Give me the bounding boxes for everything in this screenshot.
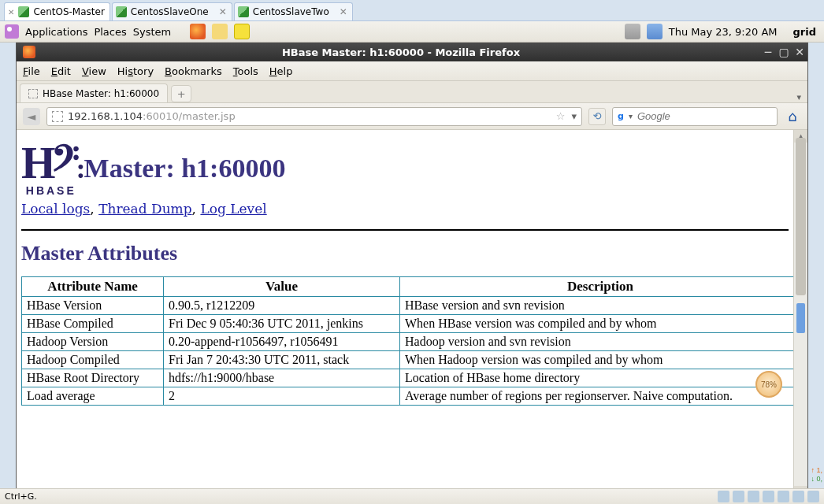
mail-launcher-icon[interactable] [212,24,228,39]
link-log-level[interactable]: Log Level [200,201,266,217]
status-icon[interactable] [718,491,729,502]
vm-icon [238,6,249,17]
vm-tab-label: CentOS-Master [33,6,104,17]
menu-file[interactable]: File [23,65,40,77]
navigation-toolbar: ◄ 192.168.1.104:60010/master.jsp ☆ ▾ ⟲ g… [17,103,807,130]
google-engine-icon[interactable]: g [618,111,624,122]
table-cell: HBase version and svn revision [400,297,794,315]
maximize-button[interactable]: ▢ [776,46,792,58]
vm-tab-label: CentosSlaveOne [131,6,209,17]
status-icon[interactable] [792,491,804,502]
hbase-logo-label: HBASE [26,185,76,196]
browser-tab-hbase-master[interactable]: HBase Master: h1:60000 [20,83,168,102]
close-icon[interactable]: ✕ [8,8,14,17]
window-title: HBase Master: h1:60000 - Mozilla Firefox [42,46,760,58]
menu-edit[interactable]: Edit [51,65,71,77]
page-title: Master: h1:60000 [84,154,286,183]
reload-button[interactable]: ⟲ [588,108,606,125]
vm-tab-strip: ✕ CentOS-Master CentosSlaveOne ✕ CentosS… [0,0,824,21]
table-cell: HBase Compiled [22,315,164,333]
table-cell: When HBase version was compiled and by w… [400,315,794,333]
table-row: HBase Root Directoryhdfs://h1:9000/hbase… [22,369,794,387]
table-cell: hdfs://h1:9000/hbase [164,369,400,387]
table-cell: When Hadoop version was compiled and by … [400,351,794,369]
browser-tab-label: HBase Master: h1:60000 [43,88,159,99]
menu-applications[interactable]: Applications [25,26,87,38]
vm-tab-label: CentosSlaveTwo [253,6,329,17]
table-cell: Hadoop Compiled [22,351,164,369]
host-status-bar: Ctrl+G. [0,488,824,504]
gnome-panel: Applications Places System Thu May 23, 9… [0,21,824,43]
vm-tab-centosslavetwo[interactable]: CentosSlaveTwo ✕ [234,2,353,20]
firefox-tab-row: HBase Master: h1:60000 + ▾ [17,81,807,103]
vm-tab-centosslaveone[interactable]: CentosSlaveOne ✕ [112,2,232,20]
minimize-button[interactable]: ─ [760,46,776,58]
url-rest: :60010/master.jsp [143,110,236,122]
link-local-logs[interactable]: Local logs [21,201,90,217]
gnome-foot-icon[interactable] [5,24,19,39]
back-button[interactable]: ◄ [23,108,40,125]
status-hint: Ctrl+G. [5,491,37,502]
url-history-dropdown-icon[interactable]: ▾ [571,110,577,122]
vm-icon [116,6,127,17]
upload-arrow-icon: ↑ 1, [811,466,822,475]
search-bar[interactable]: g ▾ [612,107,778,126]
table-cell: Average number of regions per regionserv… [400,387,794,406]
status-icon[interactable] [748,491,759,502]
table-header-row: Attribute Name Value Description [22,277,794,297]
notes-launcher-icon[interactable] [234,24,250,39]
vm-tab-centos-master[interactable]: ✕ CentOS-Master [4,2,110,20]
window-titlebar[interactable]: HBase Master: h1:60000 - Mozilla Firefox… [17,43,807,61]
panel-clock[interactable]: Thu May 23, 9:20 AM [669,26,778,38]
status-icon[interactable] [778,491,789,502]
table-cell: 2 [164,387,400,406]
col-attribute-name: Attribute Name [22,277,164,297]
zoom-level-badge[interactable]: 78% [755,371,782,398]
engine-dropdown-icon[interactable]: ▾ [629,112,633,120]
panel-user[interactable]: grid [793,26,816,38]
new-tab-button[interactable]: + [171,85,191,102]
volume-icon[interactable] [625,24,640,39]
home-button[interactable]: ⌂ [784,108,801,125]
menu-places[interactable]: Places [94,26,126,38]
link-thread-dump[interactable]: Thread Dump [98,201,191,217]
table-cell: Hadoop version and svn revision [400,333,794,351]
table-cell: Fri Dec 9 05:40:36 UTC 2011, jenkins [164,315,400,333]
close-button[interactable]: ✕ [792,46,807,58]
browser-viewport: H𝄢: HBASE Master: h1:60000 Local logs, T… [17,130,807,498]
menu-history[interactable]: History [117,65,154,77]
scroll-thumb[interactable] [796,138,806,295]
table-row: HBase Version0.90.5, r1212209HBase versi… [22,297,794,315]
table-cell: Fri Jan 7 20:43:30 UTC 2011, stack [164,351,400,369]
url-host: 192.168.1.104 [68,110,143,122]
status-icon[interactable] [733,491,744,502]
close-icon[interactable]: ✕ [219,6,227,17]
menu-system[interactable]: System [133,26,171,38]
search-input[interactable] [637,110,770,122]
section-heading: Master Attributes [21,242,789,265]
close-icon[interactable]: ✕ [340,6,347,17]
address-bar[interactable]: 192.168.1.104:60010/master.jsp ☆ ▾ [46,107,582,126]
menu-bookmarks[interactable]: Bookmarks [165,65,222,77]
page-content[interactable]: H𝄢: HBASE Master: h1:60000 Local logs, T… [17,130,793,498]
status-icon[interactable] [763,491,774,502]
divider [21,229,789,231]
firefox-launcher-icon[interactable] [190,24,206,39]
scroll-highlight [796,303,805,333]
bookmark-star-icon[interactable]: ☆ [556,110,566,122]
firefox-menubar: File Edit View History Bookmarks Tools H… [17,61,807,81]
table-cell: Load average [22,387,164,406]
col-description: Description [400,277,794,297]
status-icon[interactable] [807,491,819,502]
site-identity-icon[interactable] [52,111,63,122]
hbase-logo: H𝄢: HBASE [21,141,81,196]
table-cell: 0.90.5, r1212209 [164,297,400,315]
favicon-placeholder-icon [28,89,38,98]
menu-tools[interactable]: Tools [233,65,258,77]
vertical-scrollbar[interactable]: ▲ ▼ [793,130,807,498]
tab-list-dropdown[interactable]: ▾ [796,92,801,102]
table-cell: Location of HBase home directory [400,369,794,387]
menu-view[interactable]: View [82,65,106,77]
menu-help[interactable]: Help [269,65,293,77]
network-icon[interactable] [647,24,663,39]
